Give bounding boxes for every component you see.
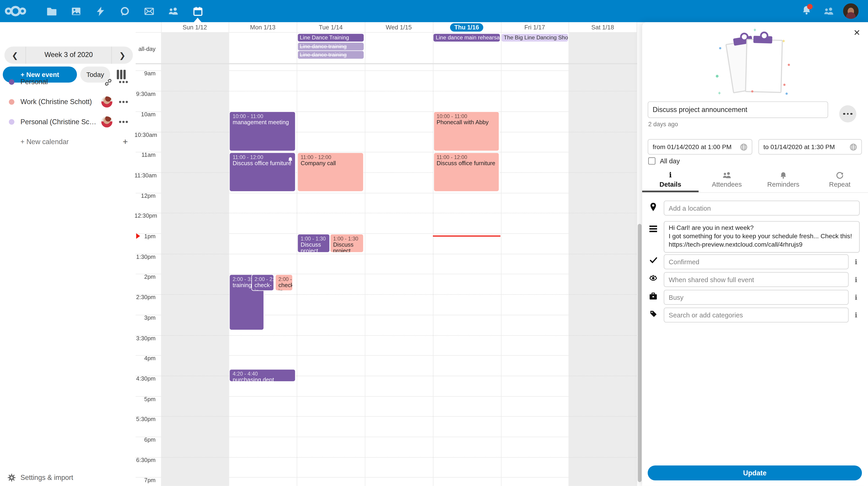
day-header-wed[interactable]: Wed 1/15 bbox=[365, 22, 433, 32]
allday-event[interactable]: Line Dance Training bbox=[298, 34, 364, 41]
contacts-app-icon[interactable] bbox=[162, 0, 184, 22]
location-pin-icon bbox=[648, 203, 659, 211]
allday-event[interactable]: Line dance training bbox=[298, 42, 364, 50]
next-week-button[interactable]: ❯ bbox=[112, 51, 133, 59]
event-title-input[interactable]: Discuss project announcement bbox=[648, 102, 828, 118]
status-value: Confirmed bbox=[669, 258, 700, 266]
timezone-globe-icon[interactable] bbox=[850, 143, 857, 150]
calendar-more-menu[interactable] bbox=[119, 121, 128, 123]
settings-import-button[interactable]: Settings & import bbox=[0, 469, 135, 486]
time-grid-line bbox=[135, 335, 637, 335]
activity-app-icon[interactable] bbox=[89, 0, 111, 22]
calendar-event[interactable]: 11:00 - 12:00Discuss office furniture bbox=[433, 152, 500, 192]
day-header-label: Thu 1/16 bbox=[450, 23, 483, 31]
location-input[interactable]: Add a location bbox=[664, 201, 860, 216]
event-time: 10:00 - 11:00 bbox=[436, 113, 496, 119]
event-reminder-bell-icon bbox=[288, 154, 293, 165]
close-icon[interactable]: ✕ bbox=[851, 27, 863, 39]
time-label: 9:30am bbox=[134, 90, 156, 97]
allday-event[interactable]: Line dance training bbox=[298, 51, 364, 59]
categories-input[interactable]: Search or add categories bbox=[664, 308, 848, 322]
calendar-event[interactable]: 11:00 - 12:00Discuss office furniture bbox=[229, 152, 296, 192]
calendar-event[interactable]: 2:00 - 2:30check-in bbox=[251, 274, 274, 291]
allday-event[interactable]: The Big Line Dancing Show bbox=[502, 34, 568, 41]
time-grid-line bbox=[135, 111, 637, 112]
calendar-event[interactable]: 10:00 - 11:00management meeting bbox=[229, 112, 296, 151]
timezone-globe-icon[interactable] bbox=[740, 143, 747, 150]
day-header-divider bbox=[135, 32, 637, 33]
calendar-event[interactable]: 2:00 - 2:30check-in bbox=[275, 274, 293, 291]
tab-details[interactable]: i Details bbox=[642, 171, 699, 191]
event-title: Discuss project announcement bbox=[301, 241, 327, 253]
event-more-menu-button[interactable] bbox=[839, 105, 857, 122]
app-sidebar: ❮ Week 3 of 2020 ❯ + New event Today Per… bbox=[0, 22, 135, 486]
calendar-event[interactable]: 10:00 - 11:00Phonecall with Abby bbox=[433, 112, 500, 151]
calendar-item-work-christine[interactable]: Work (Christine Schott) bbox=[0, 92, 135, 112]
day-header-label: Mon 1/13 bbox=[250, 24, 275, 30]
allday-event[interactable]: Line dance main rehearsal bbox=[434, 34, 500, 41]
time-label: 9am bbox=[134, 70, 156, 77]
time-grid-line bbox=[135, 355, 637, 356]
calendar-event[interactable]: 4:20 - 4:40purchasing dept bbox=[229, 369, 296, 381]
mail-app-icon[interactable] bbox=[138, 0, 160, 22]
event-start-value: from 01/14/2020 at 1:00 PM bbox=[653, 143, 740, 150]
time-grid-line bbox=[135, 294, 637, 295]
availability-select[interactable]: Busy bbox=[664, 290, 848, 305]
categories-info-icon[interactable]: i bbox=[855, 311, 857, 319]
time-label: 12pm bbox=[134, 192, 156, 199]
talk-app-icon[interactable] bbox=[114, 0, 135, 22]
calendar-item-personal[interactable]: Personal bbox=[0, 72, 135, 92]
description-lines-icon bbox=[648, 226, 659, 232]
nextcloud-logo[interactable] bbox=[4, 0, 27, 22]
status-select[interactable]: Confirmed bbox=[664, 254, 848, 269]
calendar-item-personal-christine[interactable]: Personal (Christine Schott) bbox=[0, 112, 135, 132]
day-header-label: Wed 1/15 bbox=[386, 24, 412, 30]
time-label: 11:30am bbox=[134, 172, 156, 178]
share-link-icon[interactable] bbox=[104, 78, 112, 86]
notifications-bell-icon[interactable] bbox=[796, 0, 817, 22]
event-end-input[interactable]: to 01/14/2020 at 1:30 PM bbox=[758, 139, 862, 155]
user-avatar[interactable] bbox=[843, 3, 859, 19]
calendar-event[interactable]: 11:00 - 12:00Company call bbox=[297, 152, 364, 192]
photos-app-icon[interactable] bbox=[65, 0, 87, 22]
calendar-more-menu[interactable] bbox=[119, 101, 128, 103]
availability-info-icon[interactable]: i bbox=[855, 293, 857, 302]
calendar-event[interactable]: 1:00 - 1:30Discuss project announcement bbox=[297, 233, 330, 253]
new-calendar-button[interactable]: + New calendar + bbox=[0, 132, 135, 152]
current-time-line bbox=[433, 235, 500, 236]
day-header-sat[interactable]: Sat 1/18 bbox=[569, 22, 637, 32]
event-title-value: Discuss project announcement bbox=[653, 106, 747, 114]
files-app-icon[interactable] bbox=[40, 0, 63, 22]
day-header-today[interactable]: Thu 1/16 bbox=[433, 22, 501, 32]
event-start-input[interactable]: from 01/14/2020 at 1:00 PM bbox=[648, 139, 752, 155]
time-grid-line bbox=[135, 478, 637, 478]
calendar-more-menu[interactable] bbox=[119, 81, 128, 83]
event-title: Phonecall with Abby bbox=[436, 119, 496, 125]
week-label: Week 3 of 2020 bbox=[26, 47, 112, 64]
day-header-label: Sat 1/18 bbox=[591, 24, 614, 30]
calendar-color-dot bbox=[9, 119, 14, 125]
contacts-menu-icon[interactable] bbox=[817, 0, 840, 22]
day-header-tue[interactable]: Tue 1/14 bbox=[297, 22, 365, 32]
previous-week-button[interactable]: ❮ bbox=[4, 51, 26, 59]
grid-scrollbar[interactable] bbox=[638, 224, 642, 482]
visibility-info-icon[interactable]: i bbox=[855, 275, 857, 284]
time-label: 11am bbox=[134, 151, 156, 158]
day-header-fri[interactable]: Fri 1/17 bbox=[501, 22, 569, 32]
tab-attendees[interactable]: Attendees bbox=[699, 171, 755, 191]
time-label: 5:30pm bbox=[134, 416, 156, 422]
tab-repeat[interactable]: Repeat bbox=[811, 171, 868, 191]
all-day-label: All day bbox=[660, 158, 680, 165]
visibility-select[interactable]: When shared show full event bbox=[664, 272, 848, 287]
calendar-event[interactable]: 1:00 - 1:30Discuss project bbox=[330, 233, 364, 253]
description-textarea[interactable]: Hi Carl! are you in next week? I got som… bbox=[664, 221, 860, 253]
time-grid-line bbox=[135, 437, 637, 437]
day-header-sun[interactable]: Sun 1/12 bbox=[161, 22, 229, 32]
event-title: Discuss office furniture bbox=[232, 160, 292, 166]
event-title: management meeting bbox=[232, 119, 292, 125]
day-header-mon[interactable]: Mon 1/13 bbox=[229, 22, 297, 32]
all-day-checkbox[interactable] bbox=[648, 158, 655, 165]
status-info-icon[interactable]: i bbox=[855, 258, 857, 266]
tab-reminders[interactable]: Reminders bbox=[755, 171, 811, 191]
update-button[interactable]: Update bbox=[648, 465, 862, 480]
